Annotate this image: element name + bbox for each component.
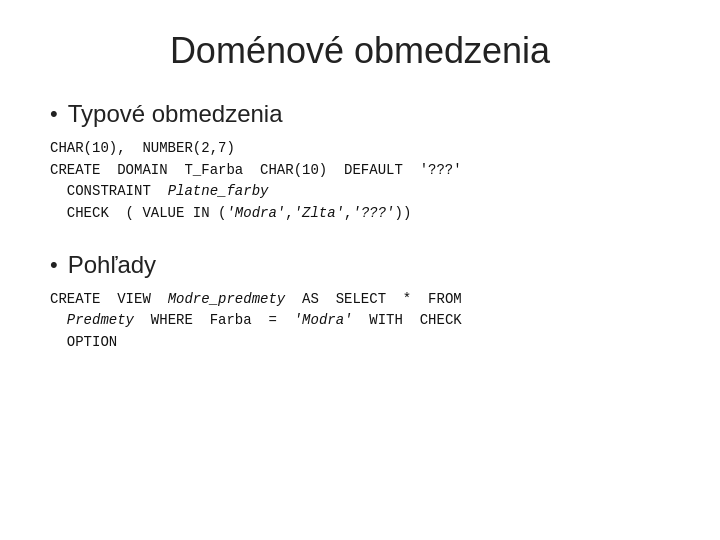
code-block-1: CHAR(10), NUMBER(2,7) CREATE DOMAIN T_Fa… [50,138,670,225]
section2-heading: • Pohľady [50,251,670,279]
code-block-2: CREATE VIEW Modre_predmety AS SELECT * F… [50,289,670,354]
section1-label: Typové obmedzenia [68,100,283,128]
code-line-2: CREATE VIEW Modre_predmety AS SELECT * F… [50,291,462,350]
code-line-1: CHAR(10), NUMBER(2,7) CREATE DOMAIN T_Fa… [50,140,462,221]
section1-heading: • Typové obmedzenia [50,100,670,128]
section2-label: Pohľady [68,251,156,279]
bullet2: • [50,252,58,278]
bullet1: • [50,101,58,127]
slide-title: Doménové obmedzenia [50,30,670,72]
slide: Doménové obmedzenia • Typové obmedzenia … [0,0,720,540]
